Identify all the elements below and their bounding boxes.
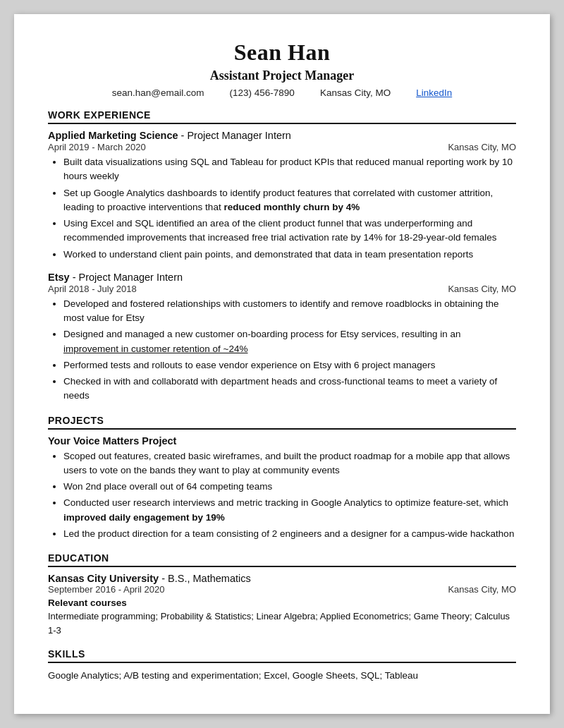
job-bullets-1: Built data visualizations using SQL and … [63, 155, 516, 262]
edu-separator: - B.S., Mathematics [161, 573, 251, 584]
job-block-applied-marketing: Applied Marketing Science - Project Mana… [48, 130, 516, 262]
bold-phrase: improved daily engagement by 19% [63, 512, 225, 523]
job-dates-1: April 2019 - March 2020 [48, 142, 146, 152]
candidate-title: Assistant Project Manager [48, 68, 516, 83]
edu-dates-location-1: September 2016 - April 2020 Kansas City,… [48, 584, 516, 595]
linkedin-link[interactable]: LinkedIn [416, 87, 452, 98]
skills-section: SKILLS Google Analytics; A/B testing and… [48, 648, 516, 683]
location: Kansas City, MO [320, 87, 391, 98]
company-name-2: Etsy [48, 272, 70, 283]
job-dates-2: April 2018 - July 2018 [48, 284, 137, 294]
relevant-courses-label: Relevant courses [48, 597, 516, 608]
job-title-line-2: Etsy - Project Manager Intern [48, 272, 183, 283]
phone: (123) 456-7890 [230, 87, 295, 98]
job-title-line-1: Applied Marketing Science - Project Mana… [48, 130, 291, 141]
work-experience-title: WORK EXPERIENCE [48, 109, 516, 124]
job-dates-location-2: April 2018 - July 2018 Kansas City, MO [48, 284, 516, 294]
bullet-item: Scoped out features, created basic wiref… [63, 449, 516, 478]
projects-title: PROJECTS [48, 415, 516, 430]
company-name-1: Applied Marketing Science [48, 130, 178, 141]
job-header-1: Applied Marketing Science - Project Mana… [48, 130, 516, 141]
bullet-item: Performed tests and rollouts to ease ven… [63, 358, 516, 372]
edu-title-line-1: Kansas City University - B.S., Mathemati… [48, 573, 251, 584]
bullet-item: Built data visualizations using SQL and … [63, 155, 516, 184]
bullet-item: Designed and managed a new customer on-b… [63, 327, 516, 356]
job-location-2: Kansas City, MO [448, 284, 516, 294]
education-section: EDUCATION Kansas City University - B.S.,… [48, 552, 516, 637]
job-bullets-2: Developed and fostered relationships wit… [63, 297, 516, 404]
project-bullets-1: Scoped out features, created basic wiref… [63, 449, 516, 542]
job-location-1: Kansas City, MO [448, 142, 516, 152]
edu-dates: September 2016 - April 2020 [48, 584, 165, 595]
bullet-item: Checked in with and collaboratd with dep… [63, 375, 516, 404]
job-header-2: Etsy - Project Manager Intern [48, 272, 516, 283]
bullet-item: Won 2nd place overall out of 64 competin… [63, 480, 516, 494]
bullet-item: Led the product direction for a team con… [63, 527, 516, 541]
edu-header-1: Kansas City University - B.S., Mathemati… [48, 573, 516, 584]
projects-section: PROJECTS Your Voice Matters Project Scop… [48, 415, 516, 542]
skills-title: SKILLS [48, 648, 516, 663]
resume-header: Sean Han Assistant Project Manager sean.… [48, 40, 516, 98]
contact-row: sean.han@email.com (123) 456-7890 Kansas… [48, 87, 516, 98]
job-dates-location-1: April 2019 - March 2020 Kansas City, MO [48, 142, 516, 152]
underline-phrase: improvement in customer retention of ~24… [63, 344, 248, 354]
bullet-item: Developed and fostered relationships wit… [63, 297, 516, 326]
bullet-item: Using Excel and SQL identified an area o… [63, 217, 516, 245]
edu-block-1: Kansas City University - B.S., Mathemati… [48, 573, 516, 637]
skills-text: Google Analytics; A/B testing and experi… [48, 669, 516, 683]
bold-phrase: reduced monthly churn by 4% [223, 202, 360, 212]
edu-location: Kansas City, MO [448, 584, 516, 595]
bullet-item: Worked to understand client pain points,… [63, 248, 516, 262]
project-block-1: Your Voice Matters Project Scoped out fe… [48, 435, 516, 542]
email: sean.han@email.com [112, 87, 204, 98]
education-title: EDUCATION [48, 552, 516, 567]
school-name: Kansas City University [48, 573, 159, 584]
job-block-etsy: Etsy - Project Manager Intern April 2018… [48, 272, 516, 404]
bullet-item: Conducted user research interviews and m… [63, 496, 516, 525]
candidate-name: Sean Han [48, 40, 516, 66]
relevant-courses-text: Intermediate programming; Probability & … [48, 609, 516, 637]
work-experience-section: WORK EXPERIENCE Applied Marketing Scienc… [48, 109, 516, 404]
resume-container: Sean Han Assistant Project Manager sean.… [14, 14, 550, 714]
project-title-1: Your Voice Matters Project [48, 435, 516, 447]
job-role-1: Project Manager Intern [187, 130, 291, 141]
job-separator-2: - Project Manager Intern [73, 272, 183, 283]
bullet-item: Set up Google Analytics dashboards to id… [63, 186, 516, 215]
